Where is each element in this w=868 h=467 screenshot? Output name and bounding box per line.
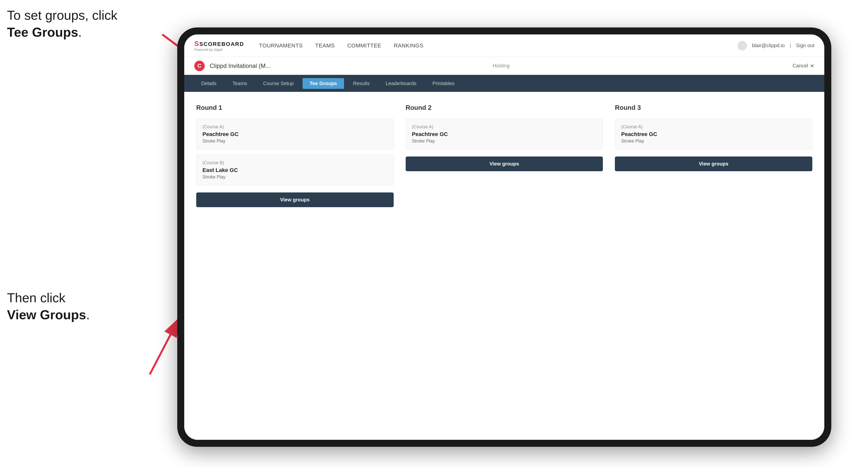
- svg-line-3: [150, 317, 180, 374]
- instruction-top-suffix: .: [78, 25, 82, 39]
- tournament-logo: C: [194, 61, 205, 71]
- nav-teams[interactable]: TEAMS: [315, 42, 335, 49]
- round-1-course-b-format: Stroke Play: [203, 175, 388, 180]
- round-1-column: Round 1 (Course A) Peachtree GC Stroke P…: [196, 104, 394, 207]
- logo-text: SCOREBOARD: [199, 41, 244, 47]
- round-1-course-a-name: Peachtree GC: [203, 131, 388, 137]
- tournament-bar: C Clippd Invitational (M... Hosting Canc…: [184, 57, 824, 75]
- round-1-course-b-name: East Lake GC: [203, 167, 388, 174]
- user-email: blair@clippd.io: [752, 43, 785, 49]
- view-groups-button-round-1[interactable]: View groups: [196, 192, 394, 207]
- instruction-bottom-line2: View Groups: [7, 308, 86, 322]
- view-groups-button-round-3[interactable]: View groups: [615, 156, 812, 171]
- nav-right: blair@clippd.io | Sign out: [738, 41, 814, 51]
- cancel-icon: ✕: [810, 63, 814, 69]
- tab-tee-groups[interactable]: Tee Groups: [303, 78, 344, 89]
- sign-out-link[interactable]: Sign out: [796, 43, 814, 49]
- instruction-bottom-suffix: .: [86, 308, 90, 322]
- sub-nav: Details Teams Course Setup Tee Groups Re…: [184, 75, 824, 92]
- round-3-course-a-format: Stroke Play: [621, 138, 806, 144]
- round-2-course-a-label: (Course A): [412, 124, 597, 129]
- logo-sub: Powered by clippit: [194, 48, 244, 52]
- round-2-title: Round 2: [406, 104, 603, 112]
- tablet-frame: SSCOREBOARD Powered by clippit TOURNAMEN…: [177, 27, 831, 447]
- round-1-course-b-card: (Course B) East Lake GC Stroke Play: [196, 155, 394, 185]
- cancel-button[interactable]: Cancel ✕: [793, 63, 814, 69]
- tab-results[interactable]: Results: [346, 78, 377, 89]
- tab-leaderboards[interactable]: Leaderboards: [379, 78, 424, 89]
- logo-scoreboard: SSCOREBOARD: [194, 40, 244, 48]
- main-content: Round 1 (Course A) Peachtree GC Stroke P…: [184, 92, 824, 440]
- tournament-name: Clippd Invitational (M...: [210, 62, 493, 69]
- logo-area: SSCOREBOARD Powered by clippit: [194, 40, 244, 52]
- nav-tournaments[interactable]: TOURNAMENTS: [259, 42, 303, 49]
- tournament-logo-letter: C: [197, 63, 202, 69]
- nav-rankings[interactable]: RANKINGS: [394, 42, 424, 49]
- round-2-column: Round 2 (Course A) Peachtree GC Stroke P…: [406, 104, 603, 207]
- tab-course-setup[interactable]: Course Setup: [256, 78, 301, 89]
- round-3-course-a-name: Peachtree GC: [621, 131, 806, 137]
- round-2-course-a-name: Peachtree GC: [412, 131, 597, 137]
- round-1-course-a-card: (Course A) Peachtree GC Stroke Play: [196, 119, 394, 150]
- instruction-bottom: Then click View Groups.: [7, 289, 90, 323]
- nav-links: TOURNAMENTS TEAMS COMMITTEE RANKINGS: [259, 42, 738, 49]
- round-1-course-a-format: Stroke Play: [203, 138, 388, 144]
- tournament-hosting: Hosting: [493, 63, 509, 69]
- round-2-course-a-format: Stroke Play: [412, 138, 597, 144]
- round-1-course-b-label: (Course B): [203, 160, 388, 165]
- rounds-grid: Round 1 (Course A) Peachtree GC Stroke P…: [196, 104, 812, 207]
- round-3-course-a-card: (Course A) Peachtree GC Stroke Play: [615, 119, 812, 150]
- tab-printables[interactable]: Printables: [425, 78, 462, 89]
- instruction-top-line1: To set groups, click: [7, 8, 117, 23]
- round-3-column: Round 3 (Course A) Peachtree GC Stroke P…: [615, 104, 812, 207]
- round-3-title: Round 3: [615, 104, 812, 112]
- top-nav: SSCOREBOARD Powered by clippit TOURNAMEN…: [184, 34, 824, 57]
- instruction-top: To set groups, click Tee Groups.: [7, 7, 117, 41]
- round-1-course-a-label: (Course A): [203, 124, 388, 129]
- tab-details[interactable]: Details: [194, 78, 223, 89]
- tablet-screen: SSCOREBOARD Powered by clippit TOURNAMEN…: [184, 34, 824, 440]
- user-avatar: [738, 41, 747, 51]
- round-1-title: Round 1: [196, 104, 394, 112]
- nav-committee[interactable]: COMMITTEE: [347, 42, 381, 49]
- cancel-label: Cancel: [793, 63, 808, 69]
- round-3-course-a-label: (Course A): [621, 124, 806, 129]
- view-groups-button-round-2[interactable]: View groups: [406, 156, 603, 171]
- instruction-bottom-line1: Then click: [7, 290, 65, 305]
- round-2-course-a-card: (Course A) Peachtree GC Stroke Play: [406, 119, 603, 150]
- instruction-top-line2: Tee Groups: [7, 25, 78, 39]
- logo-icon: S: [194, 40, 199, 48]
- tab-teams[interactable]: Teams: [225, 78, 254, 89]
